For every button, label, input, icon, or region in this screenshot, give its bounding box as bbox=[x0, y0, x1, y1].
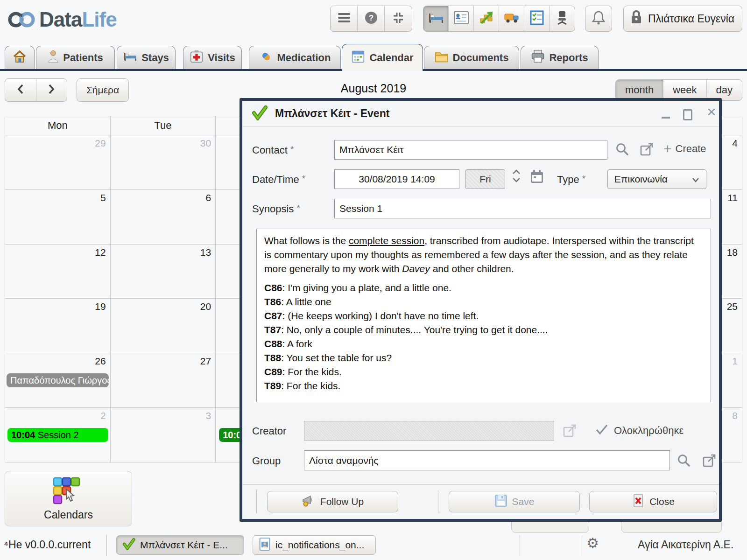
notifications-button[interactable] bbox=[585, 6, 612, 31]
datetime-input[interactable] bbox=[334, 169, 459, 189]
type-select[interactable]: Επικοινωνία bbox=[607, 169, 706, 189]
minimize-button[interactable] bbox=[662, 117, 670, 119]
version-text: ⁴He v0.0.0.current bbox=[4, 539, 91, 551]
chevron-up-icon bbox=[512, 169, 521, 175]
tab-medication[interactable]: Medication bbox=[249, 46, 341, 70]
column-monday: Mon 29 5 12 19 26 Παπαδόπουλος Γιώργος 2… bbox=[5, 116, 111, 462]
group-input[interactable] bbox=[304, 450, 670, 470]
gear-icon[interactable]: ⚙ bbox=[586, 535, 599, 551]
maximize-button[interactable] bbox=[683, 109, 692, 120]
completed-checkbox[interactable]: Ολοκληρώθηκε bbox=[595, 424, 684, 438]
tab-visits[interactable]: Visits bbox=[183, 46, 242, 70]
image-file-icon bbox=[259, 537, 271, 553]
tasklist-button[interactable] bbox=[524, 6, 550, 31]
group-label: Group bbox=[252, 455, 281, 467]
tab-documents-label: Documents bbox=[453, 52, 509, 64]
notes-textarea[interactable]: What follows is the complete session, tr… bbox=[256, 229, 711, 402]
save-button[interactable]: Save bbox=[449, 491, 580, 512]
tab-stays[interactable]: Stays bbox=[117, 46, 176, 70]
bed-icon bbox=[428, 11, 444, 27]
notes-paragraph: What follows is the complete session, tr… bbox=[264, 234, 703, 276]
weekday-button: Fri bbox=[465, 169, 505, 189]
event-papadopoulos[interactable]: Παπαδόπουλος Γιώργος bbox=[7, 373, 109, 387]
help-button[interactable]: ? bbox=[358, 6, 385, 31]
transport-button[interactable] bbox=[499, 6, 524, 31]
floppy-disk-icon bbox=[494, 494, 507, 510]
search-group-icon[interactable] bbox=[677, 453, 691, 470]
close-red-x-icon bbox=[632, 494, 645, 510]
synopsis-label: Synopsis * bbox=[252, 203, 300, 215]
day-cell[interactable]: 19 bbox=[5, 299, 110, 353]
statistics-button[interactable] bbox=[474, 6, 499, 31]
transcript-line: C89: For the kids. bbox=[264, 365, 703, 379]
close-window-button[interactable]: × bbox=[707, 104, 716, 119]
tab-patients[interactable]: Patients bbox=[36, 46, 115, 70]
contact-label: Contact * bbox=[252, 144, 294, 156]
date-picker-icon[interactable] bbox=[529, 169, 544, 186]
datetime-stepper[interactable] bbox=[512, 169, 521, 183]
tab-patients-label: Patients bbox=[63, 52, 103, 64]
follow-up-button[interactable]: Follow Up bbox=[267, 491, 398, 512]
open-creator-icon bbox=[563, 424, 577, 440]
calendars-panel-button[interactable]: Calendars bbox=[5, 471, 132, 526]
patient-panel-button[interactable] bbox=[449, 6, 474, 31]
plus-icon: + bbox=[663, 142, 672, 156]
dialog-title: Μπλάνσετ Κέιτ - Event bbox=[275, 107, 389, 120]
day-header-mon: Mon bbox=[5, 116, 110, 135]
day-cell[interactable]: 30 bbox=[111, 135, 216, 190]
taskbar-notifications-button[interactable]: ic_notifications_on... bbox=[253, 535, 376, 555]
chair-icon bbox=[556, 10, 569, 27]
dialog-titlebar[interactable]: Μπλάνσετ Κέιτ - Event bbox=[242, 101, 719, 127]
app-root: DataLife ? bbox=[0, 0, 747, 560]
day-cell[interactable]: 2 10:04 Session 2 bbox=[5, 408, 110, 462]
transcript-line: C86: I'm giving you a plate, and a littl… bbox=[264, 281, 703, 295]
search-contact-icon[interactable] bbox=[615, 142, 630, 159]
view-day-button[interactable]: day bbox=[707, 80, 742, 100]
day-cell[interactable]: 13 bbox=[111, 245, 216, 299]
menu-button[interactable] bbox=[331, 6, 358, 31]
contact-input[interactable] bbox=[334, 140, 607, 160]
status-bar: ⁴He v0.0.0.current Μπλάνσετ Κέιτ - E... … bbox=[0, 532, 747, 560]
open-group-icon[interactable] bbox=[702, 454, 716, 469]
day-cell[interactable]: 20 bbox=[111, 299, 216, 353]
collapse-button[interactable] bbox=[385, 6, 412, 31]
day-cell[interactable]: 3 bbox=[111, 408, 216, 462]
user-session-button[interactable]: Πλιάτσικα Ευγενία bbox=[623, 6, 742, 32]
calendars-label: Calendars bbox=[44, 509, 93, 521]
event-session-2[interactable]: 10:04 Session 2 bbox=[7, 428, 108, 442]
day-cell[interactable]: 26 Παπαδόπουλος Γιώργος bbox=[5, 353, 110, 408]
view-week-button[interactable]: week bbox=[663, 80, 706, 100]
folder-icon bbox=[435, 50, 449, 65]
status-divider bbox=[582, 535, 582, 556]
transcript-line: T86: A little one bbox=[264, 295, 703, 309]
day-cell[interactable]: 6 bbox=[111, 190, 216, 245]
lock-icon bbox=[630, 10, 642, 28]
close-button[interactable]: Close bbox=[589, 491, 717, 512]
tab-documents[interactable]: Documents bbox=[424, 46, 519, 70]
stays-module-button[interactable] bbox=[423, 6, 449, 31]
tab-visits-label: Visits bbox=[208, 52, 235, 64]
synopsis-input[interactable] bbox=[334, 199, 711, 218]
toolbar-group-system: ? bbox=[330, 6, 412, 32]
bell-icon bbox=[592, 10, 606, 27]
day-cell[interactable]: 29 bbox=[5, 135, 110, 190]
tab-home[interactable] bbox=[5, 46, 35, 70]
tab-reports[interactable]: Reports bbox=[521, 46, 599, 70]
office-button[interactable] bbox=[550, 6, 575, 31]
day-cell[interactable]: 12 bbox=[5, 245, 110, 299]
collapse-icon bbox=[392, 11, 405, 26]
tab-calendar-label: Calendar bbox=[369, 52, 413, 64]
day-cell[interactable]: 27 bbox=[111, 353, 216, 408]
event-check-icon bbox=[122, 538, 135, 553]
create-contact-button[interactable]: + Create bbox=[663, 142, 706, 156]
notifications-group bbox=[585, 6, 612, 32]
hidden-panel-edge bbox=[511, 520, 589, 533]
megaphone-icon bbox=[302, 494, 316, 510]
taskbar-event-button[interactable]: Μπλάνσετ Κέιτ - E... bbox=[116, 535, 244, 555]
tab-calendar[interactable]: Calendar bbox=[342, 44, 423, 71]
view-month-button[interactable]: month bbox=[616, 80, 663, 100]
footer-divider bbox=[438, 490, 438, 513]
open-contact-icon[interactable] bbox=[640, 142, 654, 158]
day-cell[interactable]: 5 bbox=[5, 190, 110, 245]
user-name: Πλιάτσικα Ευγενία bbox=[648, 13, 734, 25]
